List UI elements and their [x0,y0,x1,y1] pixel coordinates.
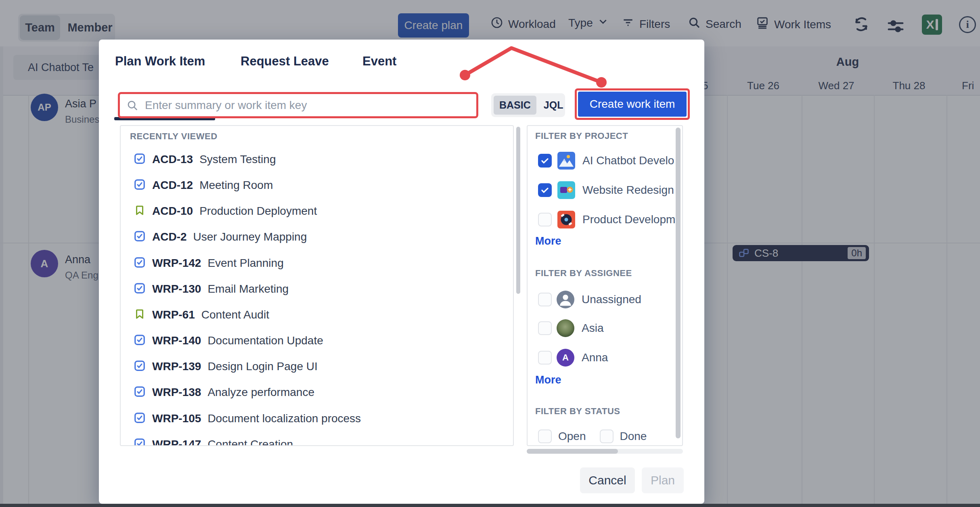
item-summary: Email Marketing [207,283,289,295]
work-item-row[interactable]: ACD-13 System Testing [134,151,276,168]
summary-search-input[interactable] [144,98,470,112]
task-icon [134,153,146,166]
unchecked-checkbox[interactable] [538,429,552,443]
checked-checkbox[interactable] [538,183,552,197]
work-item-row[interactable]: WRP-139 Design Login Page UI [134,358,318,375]
recently-viewed-header: RECENTLY VIEWED [130,131,218,142]
task-icon [134,256,146,270]
unchecked-checkbox[interactable] [600,429,614,443]
item-key: ACD-10 [152,205,193,218]
task-icon [134,230,146,244]
cancel-button[interactable]: Cancel [580,467,635,493]
project-avatar [557,152,575,170]
unchecked-checkbox[interactable] [538,293,552,306]
item-key: WRP-105 [152,412,201,425]
item-summary: User Journey Mapping [193,230,307,243]
item-key: WRP-140 [152,334,201,347]
item-summary: Content Creation [207,438,293,446]
item-summary: Production Deployment [199,205,317,218]
status-filter-row: Open Done [538,427,647,445]
status-name: Open [558,430,586,443]
work-item-row[interactable]: WRP-140 Documentation Update [134,333,323,349]
query-mode-toggle: BASIC JQL [491,93,565,117]
assignee-filter-row[interactable]: Asia [538,319,603,337]
work-item-row[interactable]: ACD-10 Production Deployment [134,203,317,219]
assignee-name: Unassigned [582,293,641,306]
plan-work-item-dialog: Plan Work Item Request Leave Event BASIC… [99,40,704,504]
item-summary: Event Planning [207,257,283,270]
item-summary: System Testing [199,153,276,166]
summary-search-highlight [118,92,478,118]
unassigned-avatar [557,291,574,308]
create-work-item-button[interactable]: Create work item [578,92,687,117]
more-assignees-link[interactable]: More [535,374,561,386]
item-summary: Design Login Page UI [207,360,317,373]
work-item-row[interactable]: ACD-2 User Journey Mapping [134,229,307,245]
unchecked-checkbox[interactable] [538,213,552,226]
create-work-item-highlight: Create work item [575,88,690,120]
item-summary: Content Audit [201,308,269,321]
filter-by-assignee-header: FILTER BY ASSIGNEE [535,268,632,279]
task-icon [134,334,146,348]
work-item-row[interactable]: WRP-130 Email Marketing [134,281,289,297]
item-summary: Analyze performance [207,386,314,399]
basic-mode-button[interactable]: BASIC [494,96,536,115]
anna-avatar: A [557,349,574,367]
item-key: ACD-2 [152,230,187,243]
item-key: WRP-142 [152,257,201,270]
work-item-row[interactable]: WRP-147 Content Creation [134,436,293,446]
status-name: Done [620,430,647,443]
item-key: WRP-130 [152,283,201,295]
work-item-row[interactable]: ACD-12 Meeting Room [134,177,273,193]
filter-by-status-header: FILTER BY STATUS [535,406,620,417]
work-item-row[interactable]: WRP-138 Analyze performance [134,384,314,400]
story-icon [134,308,146,322]
project-avatar [557,211,575,228]
item-key: ACD-12 [152,179,193,192]
item-summary: Documentation Update [207,334,323,347]
work-item-row[interactable]: WRP-105 Document localization process [134,411,361,427]
filters-hscrollbar-track [527,449,683,454]
annotation-arrow [454,42,616,90]
tab-plan-work-item[interactable]: Plan Work Item [115,54,205,69]
work-item-row[interactable]: WRP-61 Content Audit [134,307,269,323]
jql-mode-button[interactable]: JQL [538,96,569,115]
item-key: ACD-13 [152,153,193,166]
project-filter-row[interactable]: Website Redesign [538,181,674,199]
project-name: Product Developm [582,213,675,226]
unchecked-checkbox[interactable] [538,321,552,335]
tab-request-leave[interactable]: Request Leave [241,54,329,69]
work-item-row[interactable]: WRP-142 Event Planning [134,255,284,271]
plan-button-disabled[interactable]: Plan [642,467,684,493]
story-icon [134,204,146,218]
tab-event[interactable]: Event [362,54,396,69]
item-key: WRP-139 [152,360,201,373]
item-key: WRP-61 [152,308,195,321]
project-filter-row[interactable]: AI Chatbot Develo [538,152,674,170]
project-filter-row[interactable]: Product Developm [538,211,675,228]
item-summary: Meeting Room [199,179,273,192]
asia-avatar [557,319,574,337]
assignee-name: Asia [582,322,603,335]
list-scrollbar[interactable] [516,127,520,294]
assignee-filter-row[interactable]: Unassigned [538,291,641,308]
project-avatar [557,181,575,199]
filters-panel: FILTER BY PROJECT AI Chatbot Develo Webs… [527,125,683,446]
task-icon [134,385,146,399]
bottom-edge-bar [0,504,980,507]
task-icon [134,360,146,373]
assignee-name: Anna [582,351,608,364]
filters-scrollbar[interactable] [676,128,681,438]
assignee-filter-row[interactable]: A Anna [538,349,608,367]
task-icon [134,438,146,446]
checked-checkbox[interactable] [538,154,552,168]
filters-hscrollbar[interactable] [527,449,618,454]
search-icon [126,99,138,111]
filter-by-project-header: FILTER BY PROJECT [535,131,628,141]
more-projects-link[interactable]: More [535,235,561,247]
task-icon [134,412,146,425]
item-key: WRP-147 [152,438,201,446]
item-key: WRP-138 [152,386,201,399]
unchecked-checkbox[interactable] [538,351,552,365]
task-icon [134,282,146,296]
